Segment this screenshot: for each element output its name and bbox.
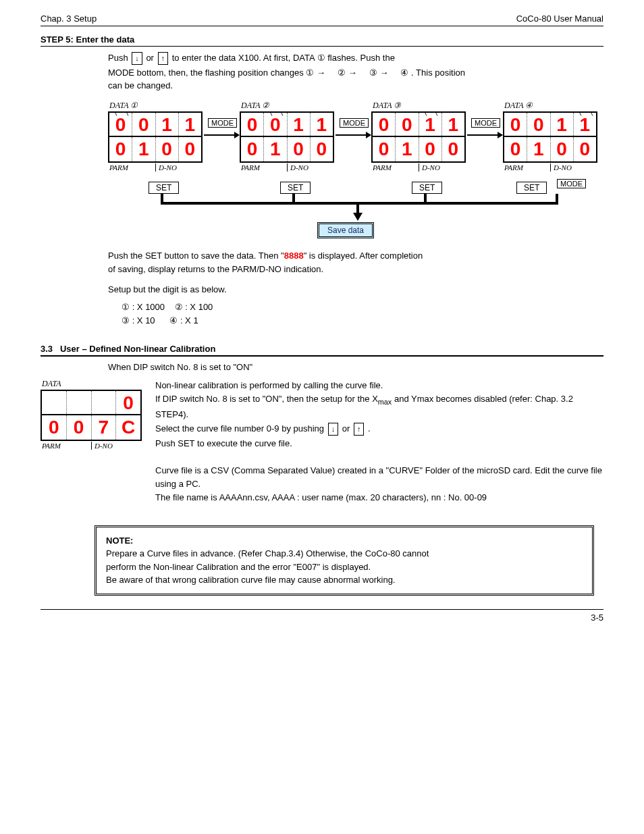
t: or — [146, 53, 156, 63]
t: is a CSV (Comma Separated Value) created… — [195, 465, 450, 475]
dno-label: D-NO — [287, 163, 333, 172]
mode-button-3[interactable]: MODE — [471, 118, 500, 128]
set-button-1[interactable]: SET — [149, 182, 179, 194]
parm-label: PARM — [373, 163, 419, 172]
digit: 0 — [506, 138, 525, 160]
panel2-label: DATA ② — [240, 101, 334, 111]
page-footer: 3-5 — [41, 609, 603, 623]
digit: 0 — [43, 417, 65, 438]
t: Push — [108, 53, 130, 63]
digit: 0 — [134, 114, 153, 134]
t: MODE bottom, then, the flashing position… — [108, 68, 306, 78]
arrow: → — [379, 68, 388, 78]
mode-sequence-diagram: DATA ① ╲╲0 0 1 1 0 1 0 0 PARM D-NO — [108, 101, 608, 242]
sec-title2: – Defined Non-linear Calibration — [82, 344, 215, 354]
digit: 0 — [552, 138, 572, 160]
digit: 0 — [242, 138, 262, 160]
digit — [68, 392, 90, 413]
sec33-body: Non-linear calibration is performed by c… — [155, 379, 603, 504]
t: 8 is set to "ON" — [193, 362, 252, 372]
seq-3: ③ — [369, 68, 377, 78]
mode-button-4[interactable]: MODE — [557, 179, 586, 188]
t: Non-linear calibration is performed by c… — [155, 380, 383, 390]
t: The file name is AAAAnn.csv, AAAA : user… — [155, 492, 487, 502]
set-button-2[interactable]: SET — [280, 182, 311, 194]
mode-button-2[interactable]: MODE — [340, 118, 369, 128]
panel4-label: DATA ④ — [503, 101, 597, 111]
digit: 1 — [575, 114, 595, 134]
t: can be changed. — [108, 80, 173, 90]
parm-label: PARM — [109, 163, 155, 172]
note-line: Prepare a Curve files in advance. (Refer… — [106, 548, 429, 558]
digit — [43, 392, 65, 413]
dno-label: D-NO — [155, 163, 201, 172]
digit — [93, 392, 115, 413]
t: Push SET to execute the curve file. — [155, 438, 292, 448]
section-3-3-head: 3.3 User – Defined Non-linear Calibratio… — [41, 344, 603, 357]
mode-button-1[interactable]: MODE — [208, 118, 237, 128]
map-c: ① — [122, 302, 130, 312]
step5-body: Push ↓ or ↑ to enter the data X100. At f… — [108, 51, 603, 93]
save-data-box: Save data — [317, 222, 374, 238]
t: " is displayed. After completion — [304, 251, 423, 261]
panel3-label: DATA ③ — [371, 101, 466, 111]
t: When DIP switch No. — [108, 362, 191, 372]
step5-title: STEP 5: Enter the data — [41, 34, 134, 45]
t: If DIP switch No. — [155, 394, 220, 404]
dno-label: D-NO — [419, 163, 464, 172]
lcd-panel-33: 0 0 0 7 C — [41, 390, 142, 441]
down-button[interactable]: ↓ — [328, 423, 339, 436]
t: Curve file — [155, 465, 195, 475]
circled-1: ① — [317, 53, 325, 63]
seq-1: ① — [306, 68, 314, 78]
digit: 0 — [111, 114, 130, 134]
note-line: perform the Non-linear Calibration and t… — [106, 562, 371, 572]
digit: 0 — [68, 417, 90, 438]
parm-label: PARM — [504, 163, 550, 172]
digit: 1 — [265, 138, 285, 160]
digit: 0 — [265, 114, 285, 134]
lcd-panel-1: ╲╲0 0 1 1 0 1 0 0 — [108, 111, 203, 163]
up-button[interactable]: ↑ — [158, 52, 169, 65]
t: Push the SET button to save the data. Th… — [108, 251, 284, 261]
digit: 0 — [289, 138, 308, 160]
digit-map-intro: Setup but the digit is as below. — [108, 283, 603, 296]
digit: 0 — [374, 114, 394, 134]
dno-label: D-NO — [91, 442, 140, 450]
t: Select the curve file number 0-9 by push… — [155, 423, 327, 434]
set-button-3[interactable]: SET — [412, 182, 442, 194]
t: . — [368, 423, 371, 434]
dno-label: D-NO — [550, 163, 596, 172]
seq-4: ④ — [400, 68, 408, 78]
map-c: ② — [175, 302, 183, 312]
digit: 0 — [397, 114, 417, 134]
digit: 0 — [529, 114, 548, 134]
seq-2: ② — [338, 68, 346, 78]
header-right: CoCo-80 User Manual — [516, 14, 603, 24]
digit: 0 — [312, 138, 331, 160]
digit: 1 — [529, 138, 548, 160]
down-button[interactable]: ↓ — [132, 52, 142, 65]
digit: 1 — [552, 114, 572, 134]
map-t: : X 10 — [132, 315, 155, 325]
panel33-label: DATA — [41, 379, 142, 389]
lcd-panel-3: 0 0 ╲╲1 1 0 1 0 0 — [371, 111, 466, 163]
save-description: Push the SET button to save the data. Th… — [108, 249, 603, 276]
digit: 1 — [157, 114, 177, 134]
digit: 0 — [111, 138, 130, 160]
digit: 0 — [180, 138, 200, 160]
digit: 1 — [397, 138, 417, 160]
digit: 1 — [289, 114, 308, 134]
up-button[interactable]: ↑ — [354, 423, 365, 436]
page-number: 3-5 — [591, 613, 603, 623]
sec33-line1: When DIP switch No. 8 is set to "ON" — [108, 362, 603, 372]
digit: 0 — [374, 138, 394, 160]
t: to enter the data X100. At first, DATA — [172, 53, 315, 63]
t: . This position — [411, 68, 465, 78]
digit: 1 — [421, 114, 440, 134]
note-box: NOTE: Prepare a Curve files in advance. … — [95, 525, 594, 596]
t: flashes. Push the — [327, 53, 395, 63]
t: of saving, display returns to the PARM/D… — [108, 264, 323, 274]
set-button-4[interactable]: SET — [516, 182, 547, 194]
panel1-label: DATA ① — [108, 101, 203, 111]
